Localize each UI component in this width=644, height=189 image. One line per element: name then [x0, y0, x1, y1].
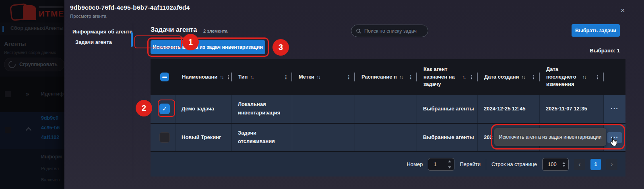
background-app: ИТМЕ Сбор данных/Агенты Агенты Инструмен… — [0, 0, 65, 189]
table-header-row: Наименовани↑↓⋮Тип↑↓⋮Метки↑↓⋮Расписание п… — [151, 59, 625, 95]
rows-per-page-label: Строк на странице — [491, 161, 537, 167]
table-cell — [355, 124, 417, 151]
sidebar-divider — [133, 23, 133, 179]
panel-title: 9db9c0c0-76fd-4c95-b6b7-4af1102af6d4 — [70, 4, 190, 11]
column-header-6[interactable]: Дата создани↑↓⋮ — [478, 59, 540, 95]
table-cell: Выбранные агенты — [417, 95, 478, 123]
row-checkbox[interactable]: ✓ — [159, 104, 170, 114]
table-cell — [292, 124, 355, 151]
page-number-input[interactable] — [428, 158, 446, 170]
spinner-down-icon[interactable] — [562, 165, 566, 167]
table-cell — [540, 124, 604, 151]
sort-icon[interactable]: ↑↓ — [582, 75, 586, 79]
current-page-button[interactable]: 1 — [590, 159, 601, 170]
column-label: Наименовани — [182, 73, 217, 81]
select-all-checkbox[interactable] — [160, 73, 169, 81]
tasks-table: Наименовани↑↓⋮Тип↑↓⋮Метки↑↓⋮Расписание п… — [151, 59, 625, 177]
actions-cell: ··· — [604, 95, 625, 123]
sidebar-item-agent-tasks[interactable]: Задачи агента — [75, 39, 112, 45]
next-page-button[interactable]: › — [606, 159, 617, 170]
table-cell: Задачи отслеживания — [232, 124, 292, 151]
column-label: Тип — [238, 73, 248, 81]
table-row: ✓Демо задачаЛокальная инвентаризацияВыбр… — [151, 95, 625, 123]
pagination-bar: Номер Перейти Строк на странице ‹ 1 › — [151, 151, 625, 177]
table-cell: Локальная инвентаризация — [232, 95, 292, 123]
table-cell — [355, 95, 417, 123]
row-actions-button[interactable]: ··· — [611, 103, 619, 114]
select-tasks-button[interactable]: Выбрать задачи — [572, 24, 620, 37]
column-header-7[interactable]: Дата последнего изменения↑↓⋮ — [540, 59, 604, 95]
column-menu-icon[interactable]: ⋮ — [226, 74, 231, 80]
column-menu-icon[interactable]: ⋮ — [469, 74, 474, 80]
rows-per-page-input-box[interactable] — [542, 158, 569, 171]
task-search[interactable] — [351, 25, 428, 37]
column-label: Дата создани — [484, 73, 519, 81]
row-checkbox[interactable] — [159, 132, 170, 143]
column-menu-icon[interactable]: ⋮ — [346, 74, 351, 80]
table-row: Новый ТрекингЗадачи отслеживанияВыбранны… — [151, 123, 625, 151]
checkbox-cell: ✓ — [151, 95, 175, 123]
table-cell: 2025-11-07 12:35 — [540, 95, 604, 123]
spinner-up-icon[interactable] — [448, 160, 451, 162]
go-to-page-button[interactable]: Перейти — [460, 161, 481, 167]
column-menu-icon[interactable]: ⋮ — [283, 74, 289, 80]
selected-count-label: Выбрано: 1 — [590, 48, 620, 54]
page-number-label: Номер — [407, 161, 423, 167]
search-icon — [356, 28, 361, 34]
sort-icon[interactable]: ↑↓ — [250, 75, 254, 79]
table-cell: Новый Трекинг — [175, 124, 232, 151]
column-header-2[interactable]: Тип↑↓⋮ — [232, 59, 292, 95]
table-body: ✓Демо задачаЛокальная инвентаризацияВыбр… — [151, 95, 625, 151]
actions-cell: ··· — [604, 124, 625, 151]
column-header-5[interactable]: Как агент назначен на задачу↑↓⋮ — [417, 59, 478, 95]
sort-icon[interactable]: ↑↓ — [399, 75, 403, 79]
sort-icon[interactable]: ↑↓ — [522, 75, 525, 79]
sort-icon[interactable]: ↑↓ — [220, 75, 223, 79]
row-actions-button[interactable]: ··· — [607, 132, 622, 143]
spinner-down-icon[interactable] — [448, 166, 451, 168]
column-header-1[interactable]: Наименовани↑↓⋮ — [175, 59, 232, 95]
column-header-3[interactable]: Метки↑↓⋮ — [292, 59, 355, 95]
panel-subtitle: Просмотр агента — [70, 14, 106, 19]
exclude-agent-button[interactable]: Исключить агента из задач инвентаризации — [151, 40, 265, 54]
column-menu-icon[interactable]: ⋮ — [408, 74, 413, 80]
item-count: 2 элемента — [203, 29, 227, 33]
column-label: Дата последнего изменения — [546, 66, 580, 89]
search-input[interactable] — [364, 28, 425, 34]
table-cell — [292, 95, 355, 123]
column-menu-icon[interactable]: ⋮ — [595, 74, 600, 80]
actions-column-header — [604, 59, 625, 95]
table-cell: 2024-12-25 12:45 — [478, 95, 540, 123]
column-label: Как агент назначен на задачу — [423, 66, 460, 89]
screen: ИТМЕ Сбор данных/Агенты Агенты Инструмен… — [0, 0, 644, 189]
page-number-input-box[interactable] — [428, 158, 454, 171]
sidebar-item-agent-info[interactable]: Информация об агенте — [72, 29, 132, 35]
column-header-4[interactable]: Расписание п↑↓⋮ — [355, 59, 417, 95]
column-label: Расписание п — [361, 73, 397, 81]
spinner-up-icon[interactable] — [562, 162, 566, 164]
footer-divider — [486, 159, 486, 170]
sort-icon[interactable]: ↑↓ — [462, 75, 466, 79]
close-icon[interactable]: × — [617, 5, 628, 16]
table-cell: Выбранные агенты — [417, 124, 478, 151]
column-menu-icon[interactable]: ⋮ — [531, 74, 536, 80]
table-cell: Демо задача — [175, 95, 232, 123]
table-cell: 202 — [478, 124, 540, 151]
agent-view-panel: 9db9c0c0-76fd-4c95-b6b7-4af1102af6d4 Про… — [64, 0, 644, 189]
checkbox-cell — [151, 124, 175, 151]
ellipsis-icon: ··· — [611, 132, 619, 143]
rows-per-page-input[interactable] — [543, 158, 560, 170]
section-title: Задачи агента — [151, 26, 197, 33]
column-label: Метки — [299, 73, 314, 81]
select-all-cell — [151, 59, 175, 95]
sort-icon[interactable]: ↑↓ — [317, 75, 320, 79]
prev-page-button[interactable]: ‹ — [574, 159, 585, 170]
dim-overlay — [0, 0, 65, 189]
